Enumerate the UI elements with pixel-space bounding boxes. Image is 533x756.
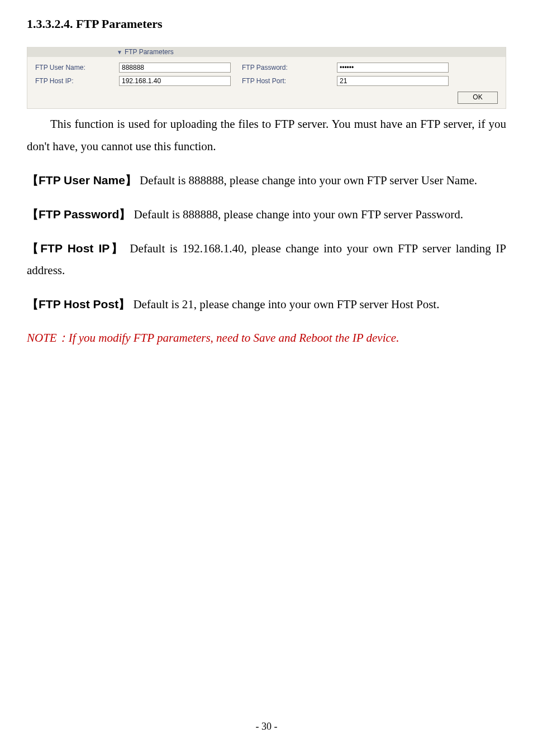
label-ftp-host-ip: FTP Host IP: xyxy=(35,77,119,85)
ok-button[interactable]: OK xyxy=(458,92,498,104)
input-ftp-user[interactable] xyxy=(119,63,231,73)
note-paragraph: NOTE：If you modify FTP parameters, need … xyxy=(27,327,506,350)
input-ftp-password[interactable] xyxy=(337,63,449,73)
ftp-host-ip-paragraph: 【FTP Host IP】 Default is 192.168.1.40, p… xyxy=(27,237,506,283)
ftp-host-port-text: Default is 21, please change into your o… xyxy=(133,298,439,311)
ftp-user-text: Default is 888888, please change into yo… xyxy=(140,174,477,187)
label-ftp-user: FTP User Name: xyxy=(35,64,119,71)
label-ftp-host-port: FTP Host Port: xyxy=(242,77,337,85)
ftp-user-paragraph: 【FTP User Name】 Default is 888888, pleas… xyxy=(27,169,506,192)
ftp-password-text: Default is 888888, please change into yo… xyxy=(134,208,463,221)
ftp-host-port-paragraph: 【FTP Host Post】 Default is 21, please ch… xyxy=(27,293,506,316)
ftp-user-label: 【FTP User Name】 xyxy=(27,174,137,186)
intro-paragraph: This function is used for uploading the … xyxy=(27,113,506,158)
ftp-host-port-label: 【FTP Host Post】 xyxy=(27,298,130,310)
ftp-password-paragraph: 【FTP Password】 Default is 888888, please… xyxy=(27,203,506,226)
chevron-down-icon: ▼ xyxy=(117,49,122,55)
label-ftp-password: FTP Password: xyxy=(242,64,337,71)
ftp-password-label: 【FTP Password】 xyxy=(27,208,131,221)
panel-body: FTP User Name: FTP Password: FTP Host IP… xyxy=(27,57,506,89)
ftp-parameters-panel: ▼ FTP Parameters FTP User Name: FTP Pass… xyxy=(27,47,506,109)
section-heading: 1.3.3.2.4. FTP Parameters xyxy=(27,17,506,31)
ftp-host-ip-label: 【FTP Host IP】 xyxy=(27,242,125,255)
note-text: If you modify FTP parameters, need to Sa… xyxy=(69,331,399,344)
panel-title: FTP Parameters xyxy=(125,48,174,56)
input-ftp-host-port[interactable] xyxy=(337,76,449,86)
document-page: 1.3.3.2.4. FTP Parameters ▼ FTP Paramete… xyxy=(0,0,533,756)
panel-header[interactable]: ▼ FTP Parameters xyxy=(27,47,506,57)
note-label: NOTE： xyxy=(27,331,69,344)
input-ftp-host-ip[interactable] xyxy=(119,76,231,86)
page-number: - 30 - xyxy=(0,721,533,733)
